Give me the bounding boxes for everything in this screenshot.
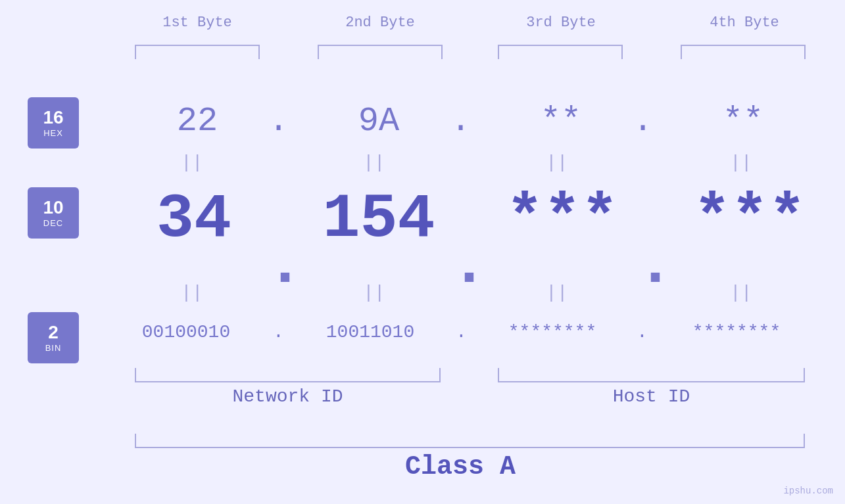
main-scene: 1st Byte 2nd Byte 3rd Byte 4th Byte 16 H… xyxy=(0,0,845,504)
byte-header-4: 4th Byte xyxy=(679,14,810,31)
byte-header-2: 2nd Byte xyxy=(314,14,446,31)
bin-badge-label: BIN xyxy=(45,343,62,353)
equals-dec-bin-4: || xyxy=(730,283,752,303)
dec-badge-label: DEC xyxy=(43,218,63,228)
dec-val-4: *** xyxy=(671,184,829,255)
equals-4: || xyxy=(730,152,752,173)
network-id-label: Network ID xyxy=(135,386,441,407)
dec-badge-number: 10 xyxy=(43,198,63,217)
dec-val-1: 34 xyxy=(115,184,273,255)
top-bracket-4 xyxy=(681,45,806,59)
dot-bin-3: . xyxy=(637,322,648,342)
hex-badge: 16 HEX xyxy=(28,97,79,149)
top-bracket-3 xyxy=(498,45,623,59)
hex-val-2: 9A xyxy=(313,102,445,141)
bin-val-3: ******** xyxy=(473,322,631,342)
dot-bin-2: . xyxy=(456,322,467,342)
hex-val-3: ** xyxy=(495,102,627,141)
dot-dec-3: . xyxy=(637,230,674,301)
hex-badge-number: 16 xyxy=(43,108,63,127)
host-id-label: Host ID xyxy=(498,386,805,407)
top-bracket-2 xyxy=(318,45,443,59)
byte-header-3: 3rd Byte xyxy=(495,14,627,31)
bin-val-2: 10011010 xyxy=(291,322,449,342)
full-bottom-bracket xyxy=(135,434,805,448)
dot-dec-2: . xyxy=(450,230,488,301)
bin-badge-number: 2 xyxy=(48,323,59,342)
bin-val-4: ******** xyxy=(658,322,815,342)
dec-val-3: *** xyxy=(483,184,641,255)
equals-dec-bin-1: || xyxy=(181,283,203,303)
dot-hex-2: . xyxy=(450,102,471,141)
hex-val-1: 22 xyxy=(132,102,263,141)
equals-3: || xyxy=(546,152,568,173)
bin-val-1: 00100010 xyxy=(107,322,265,342)
dot-hex-1: . xyxy=(268,102,289,141)
equals-dec-bin-2: || xyxy=(363,283,385,303)
equals-dec-bin-3: || xyxy=(546,283,568,303)
byte-header-1: 1st Byte xyxy=(132,14,263,31)
network-id-bracket xyxy=(135,368,441,382)
host-id-bracket xyxy=(498,368,805,382)
dot-dec-1: . xyxy=(266,230,304,301)
dec-val-2: 154 xyxy=(300,184,458,255)
top-bracket-1 xyxy=(135,45,260,59)
equals-1: || xyxy=(181,152,203,173)
hex-val-4: ** xyxy=(677,102,809,141)
watermark: ipshu.com xyxy=(783,486,833,496)
dot-hex-3: . xyxy=(633,102,653,141)
bin-badge: 2 BIN xyxy=(28,312,79,363)
hex-badge-label: HEX xyxy=(43,128,63,138)
class-label: Class A xyxy=(263,452,658,482)
dot-bin-1: . xyxy=(273,322,284,342)
dec-badge: 10 DEC xyxy=(28,187,79,239)
equals-2: || xyxy=(363,152,385,173)
